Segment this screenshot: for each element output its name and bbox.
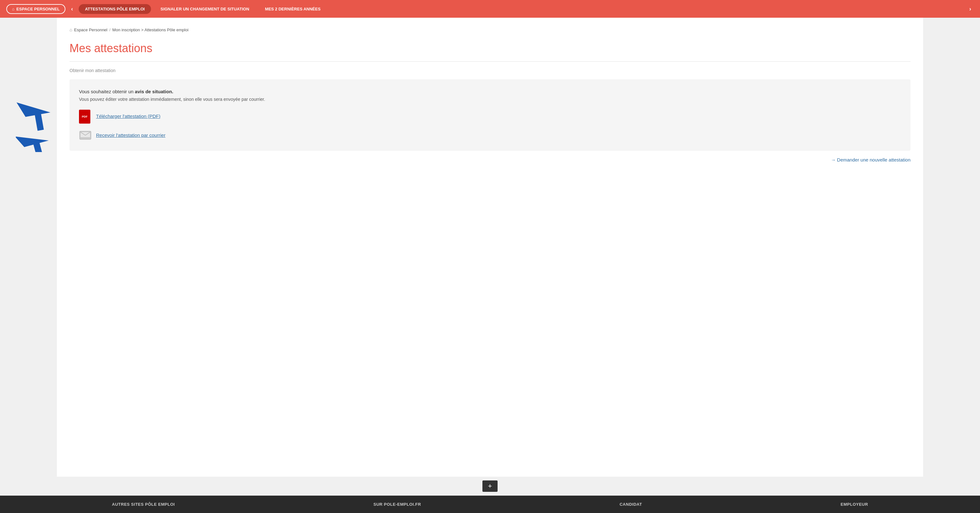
action-download-pdf[interactable]: PDF Télécharger l'attestation (PDF) xyxy=(79,110,901,122)
mail-icon-svg xyxy=(79,130,91,140)
footer-sur-pole-emploi[interactable]: SUR POLE-EMPLOI.FR xyxy=(374,502,421,507)
nav-link-signaler[interactable]: SIGNALER UN CHANGEMENT DE SITUATION xyxy=(154,6,256,11)
left-sidebar xyxy=(0,18,57,476)
footer-autres-sites[interactable]: AUTRES SITES PÔLE EMPLOI xyxy=(112,502,175,507)
card-description-normal: Vous souhaitez obtenir un xyxy=(79,89,135,94)
action-receive-mail[interactable]: Recevoir l'attestation par courrier xyxy=(79,129,901,141)
card-description-bold: avis de situation. xyxy=(135,89,173,94)
new-attestation-row: Demander une nouvelle attestation xyxy=(70,157,910,163)
chevron-left-icon[interactable]: ‹ xyxy=(68,6,75,12)
breadcrumb-link-espace[interactable]: Espace Personnel xyxy=(74,27,107,32)
footer-employeur[interactable]: EMPLOYEUR xyxy=(841,502,868,507)
footer-candidat[interactable]: CANDIDAT xyxy=(619,502,642,507)
card-description: Vous souhaitez obtenir un avis de situat… xyxy=(79,89,901,94)
section-label: Obtenir mon attestation xyxy=(70,68,910,73)
breadcrumb-current: Mon inscription > Attestations Pôle empl… xyxy=(113,27,189,32)
footer-inner: AUTRES SITES PÔLE EMPLOI SUR POLE-EMPLOI… xyxy=(0,502,980,507)
plus-button-row: + xyxy=(0,476,980,495)
plus-button[interactable]: + xyxy=(482,480,498,492)
pdf-icon: PDF xyxy=(79,110,92,122)
download-pdf-link[interactable]: Télécharger l'attestation (PDF) xyxy=(96,113,161,119)
tab-attestations[interactable]: ATTESTATIONS PÔLE EMPLOI xyxy=(79,4,151,14)
espace-personnel-button[interactable]: ⌂ ESPACE PERSONNEL xyxy=(6,4,65,14)
nav-link-annees[interactable]: MES 2 DERNIÈRES ANNÉES xyxy=(259,6,327,11)
pdf-label: PDF xyxy=(82,115,88,118)
right-sidebar xyxy=(923,18,980,476)
breadcrumb-separator: / xyxy=(109,27,111,32)
receive-mail-link[interactable]: Recevoir l'attestation par courrier xyxy=(96,132,165,138)
page-title: Mes attestations xyxy=(70,42,910,55)
card-subtitle: Vous pouvez éditer votre attestation imm… xyxy=(79,97,901,102)
mail-icon xyxy=(79,129,92,141)
chevron-right-icon[interactable]: › xyxy=(967,6,974,12)
pdf-icon-inner: PDF xyxy=(79,110,91,124)
breadcrumb: ⌂ Espace Personnel / Mon inscription > A… xyxy=(70,27,910,32)
top-navigation: ⌂ ESPACE PERSONNEL ‹ ATTESTATIONS PÔLE E… xyxy=(0,0,980,18)
footer: AUTRES SITES PÔLE EMPLOI SUR POLE-EMPLOI… xyxy=(0,495,980,513)
attestation-card: Vous souhaitez obtenir un avis de situat… xyxy=(70,79,910,151)
home-icon: ⌂ xyxy=(12,6,14,11)
section-divider xyxy=(70,61,910,62)
new-attestation-link[interactable]: Demander une nouvelle attestation xyxy=(831,157,910,163)
breadcrumb-home-icon: ⌂ xyxy=(70,27,72,32)
main-layout: ⌂ Espace Personnel / Mon inscription > A… xyxy=(0,18,980,476)
espace-personnel-label: ESPACE PERSONNEL xyxy=(16,6,60,11)
main-content: ⌂ Espace Personnel / Mon inscription > A… xyxy=(57,18,923,476)
